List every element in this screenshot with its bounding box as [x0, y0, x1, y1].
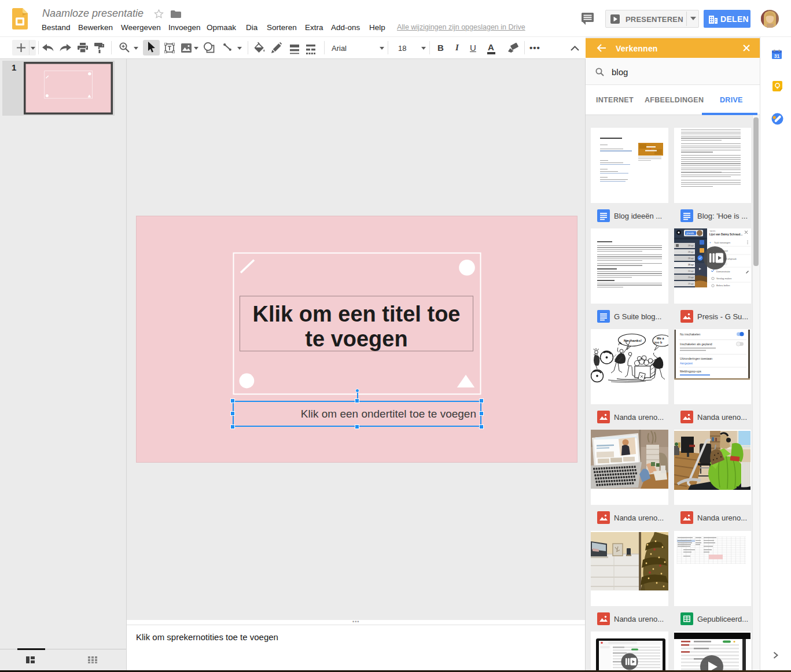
svg-text:Uitzonderingen toestaan: Uitzonderingen toestaan: [680, 357, 712, 360]
svg-text:Meldingpop-ups: Meldingpop-ups: [680, 370, 701, 373]
svg-text:Aangepast: Aangepast: [680, 362, 693, 365]
svg-text:23 apr: 23 apr: [688, 276, 694, 279]
svg-text:19 apr: 19 apr: [688, 283, 694, 285]
svg-text:31: 31: [774, 53, 780, 59]
svg-text:28 apr: 28 apr: [688, 245, 694, 247]
svg-text:Nu inschakelen: Nu inschakelen: [680, 333, 701, 336]
svg-text:Taak toevoegen: Taak toevoegen: [714, 241, 730, 244]
svg-text:+: +: [709, 241, 711, 244]
svg-text:28 apr: 28 apr: [688, 251, 694, 253]
svg-text:No thanks!: No thanks!: [624, 339, 642, 342]
svg-text:too b: too b: [654, 341, 663, 344]
svg-text:Verslag maken: Verslag maken: [716, 277, 731, 280]
svg-text:We a: We a: [657, 337, 664, 340]
svg-text:Belera bellen: Belera bellen: [716, 284, 730, 287]
svg-text:24 apr: 24 apr: [688, 270, 694, 272]
svg-text:TAKEN: TAKEN: [709, 230, 716, 232]
svg-text:presis: presis: [686, 231, 694, 235]
svg-text:28 apr: 28 apr: [688, 257, 694, 260]
svg-text:Demonstratie: Demonstratie: [716, 270, 731, 273]
svg-text:Lijst van Daimy Schraud...: Lijst van Daimy Schraud...: [709, 233, 742, 236]
svg-text:Inschakelen als gepland: Inschakelen als gepland: [680, 342, 712, 346]
svg-text:28 apr: 28 apr: [688, 264, 694, 266]
